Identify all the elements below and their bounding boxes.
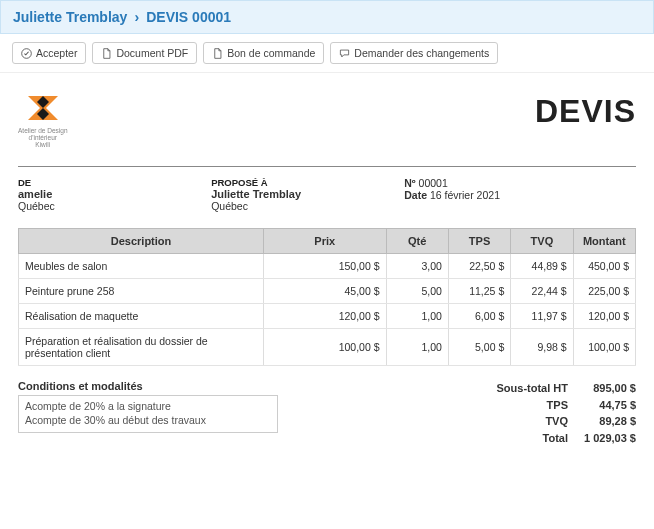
cell-tps: 6,00 $	[448, 304, 510, 329]
terms-line: Acompte de 30% au début des travaux	[25, 414, 271, 428]
line-items-table: Description Prix Qté TPS TVQ Montant Meu…	[18, 228, 636, 366]
tps-row: TPS 44,75 $	[478, 397, 636, 414]
cell-desc: Réalisation de maquette	[19, 304, 264, 329]
cell-desc: Peinture prune 258	[19, 279, 264, 304]
file-icon	[212, 48, 223, 59]
logo-icon	[20, 93, 66, 123]
tps-total-value: 44,75 $	[580, 397, 636, 414]
cell-desc: Préparation et réalisation du dossier de…	[19, 329, 264, 366]
accept-button[interactable]: Accepter	[12, 42, 86, 64]
changes-label: Demander des changements	[354, 47, 489, 59]
table-header-row: Description Prix Qté TPS TVQ Montant	[19, 229, 636, 254]
accept-label: Accepter	[36, 47, 77, 59]
document-sheet: Atelier de Design d'intérieur Kiwili DEV…	[0, 73, 654, 446]
logo-text: Atelier de Design d'intérieur Kiwili	[18, 127, 68, 148]
col-price: Prix	[264, 229, 387, 254]
cell-qty: 3,00	[386, 254, 448, 279]
date-label: Date	[404, 189, 427, 201]
doc-date: Date 16 février 2021	[404, 189, 636, 201]
to-label: PROPOSÉ À	[211, 177, 404, 188]
request-changes-button[interactable]: Demander des changements	[330, 42, 498, 64]
divider	[18, 166, 636, 167]
info-row: DE amelie Québec PROPOSÉ À Juliette Trem…	[18, 173, 636, 222]
tps-total-label: TPS	[478, 397, 568, 414]
document-footer: Conditions et modalités Acompte de 20% a…	[18, 380, 636, 446]
table-row: Meubles de salon 150,00 $ 3,00 22,50 $ 4…	[19, 254, 636, 279]
cell-price: 100,00 $	[264, 329, 387, 366]
cell-desc: Meubles de salon	[19, 254, 264, 279]
tvq-total-value: 89,28 $	[580, 413, 636, 430]
col-qty: Qté	[386, 229, 448, 254]
cell-tps: 11,25 $	[448, 279, 510, 304]
purchase-order-button[interactable]: Bon de commande	[203, 42, 324, 64]
cell-tvq: 22,44 $	[511, 279, 573, 304]
from-name: amelie	[18, 188, 211, 200]
cell-tps: 5,00 $	[448, 329, 510, 366]
page: Juliette Tremblay › DEVIS 00001 Accepter…	[0, 0, 654, 529]
cell-price: 120,00 $	[264, 304, 387, 329]
date-value: 16 février 2021	[430, 189, 500, 201]
cell-amount: 450,00 $	[573, 254, 635, 279]
cell-price: 150,00 $	[264, 254, 387, 279]
meta-block: Nº 00001 Date 16 février 2021	[404, 177, 636, 212]
breadcrumb-document: DEVIS 00001	[146, 9, 231, 25]
pdf-button[interactable]: Document PDF	[92, 42, 197, 64]
col-tvq: TVQ	[511, 229, 573, 254]
logo-line3: Kiwili	[18, 141, 68, 148]
cell-amount: 225,00 $	[573, 279, 635, 304]
totals-block: Sous-total HT 895,00 $ TPS 44,75 $ TVQ 8…	[478, 380, 636, 446]
subtotal-label: Sous-total HT	[478, 380, 568, 397]
check-icon	[21, 48, 32, 59]
col-amount: Montant	[573, 229, 635, 254]
cell-amount: 100,00 $	[573, 329, 635, 366]
total-value: 1 029,03 $	[580, 430, 636, 447]
from-label: DE	[18, 177, 211, 188]
table-row: Peinture prune 258 45,00 $ 5,00 11,25 $ …	[19, 279, 636, 304]
cell-amount: 120,00 $	[573, 304, 635, 329]
file-icon	[101, 48, 112, 59]
document-header: Atelier de Design d'intérieur Kiwili DEV…	[18, 87, 636, 166]
cell-qty: 1,00	[386, 329, 448, 366]
terms-title: Conditions et modalités	[18, 380, 278, 392]
tvq-total-label: TVQ	[478, 413, 568, 430]
from-block: DE amelie Québec	[18, 177, 211, 212]
cell-tps: 22,50 $	[448, 254, 510, 279]
col-description: Description	[19, 229, 264, 254]
po-label: Bon de commande	[227, 47, 315, 59]
cell-qty: 5,00	[386, 279, 448, 304]
terms-box: Acompte de 20% a la signature Acompte de…	[18, 395, 278, 432]
col-tps: TPS	[448, 229, 510, 254]
cell-tvq: 11,97 $	[511, 304, 573, 329]
toolbar: Accepter Document PDF Bon de commande De…	[0, 34, 654, 73]
to-city: Québec	[211, 200, 404, 212]
tvq-row: TVQ 89,28 $	[478, 413, 636, 430]
to-block: PROPOSÉ À Juliette Tremblay Québec	[211, 177, 404, 212]
cell-tvq: 9,98 $	[511, 329, 573, 366]
breadcrumb-customer-link[interactable]: Juliette Tremblay	[13, 9, 127, 25]
doc-number: Nº 00001	[404, 177, 636, 189]
document-title: DEVIS	[535, 93, 636, 130]
grand-total-row: Total 1 029,03 $	[478, 430, 636, 447]
table-row: Réalisation de maquette 120,00 $ 1,00 6,…	[19, 304, 636, 329]
pdf-label: Document PDF	[116, 47, 188, 59]
terms-line: Acompte de 20% a la signature	[25, 400, 271, 414]
subtotal-value: 895,00 $	[580, 380, 636, 397]
logo-line2: d'intérieur	[18, 134, 68, 141]
to-name: Juliette Tremblay	[211, 188, 404, 200]
comment-icon	[339, 48, 350, 59]
cell-qty: 1,00	[386, 304, 448, 329]
cell-tvq: 44,89 $	[511, 254, 573, 279]
subtotal-row: Sous-total HT 895,00 $	[478, 380, 636, 397]
company-logo: Atelier de Design d'intérieur Kiwili	[18, 93, 68, 148]
no-value: 00001	[419, 177, 448, 189]
from-city: Québec	[18, 200, 211, 212]
total-label: Total	[478, 430, 568, 447]
breadcrumb: Juliette Tremblay › DEVIS 00001	[0, 0, 654, 34]
no-label: Nº	[404, 177, 415, 189]
table-row: Préparation et réalisation du dossier de…	[19, 329, 636, 366]
breadcrumb-separator: ›	[130, 9, 143, 25]
table-body: Meubles de salon 150,00 $ 3,00 22,50 $ 4…	[19, 254, 636, 366]
logo-line1: Atelier de Design	[18, 127, 68, 134]
terms-block: Conditions et modalités Acompte de 20% a…	[18, 380, 278, 446]
cell-price: 45,00 $	[264, 279, 387, 304]
